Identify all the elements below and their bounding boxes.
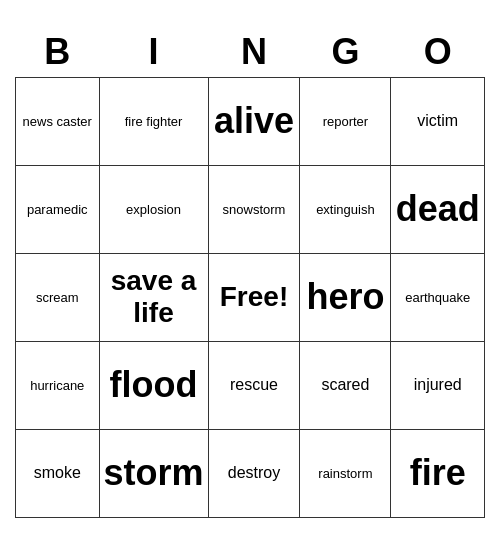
- bingo-cell-4-3: rainstorm: [300, 429, 391, 517]
- bingo-cell-0-1: fire fighter: [99, 77, 208, 165]
- header-letter-B: B: [16, 27, 100, 78]
- bingo-cell-2-4: earthquake: [391, 253, 485, 341]
- bingo-cell-2-1: save a life: [99, 253, 208, 341]
- bingo-row-4: smokestormdestroyrainstormfire: [16, 429, 485, 517]
- bingo-cell-4-1: storm: [99, 429, 208, 517]
- header-letter-N: N: [208, 27, 300, 78]
- bingo-cell-1-1: explosion: [99, 165, 208, 253]
- bingo-cell-1-0: paramedic: [16, 165, 100, 253]
- bingo-cell-3-3: scared: [300, 341, 391, 429]
- bingo-cell-0-4: victim: [391, 77, 485, 165]
- bingo-cell-0-3: reporter: [300, 77, 391, 165]
- bingo-cell-1-3: extinguish: [300, 165, 391, 253]
- bingo-cell-3-2: rescue: [208, 341, 300, 429]
- bingo-cell-2-0: scream: [16, 253, 100, 341]
- bingo-row-3: hurricanefloodrescuescaredinjured: [16, 341, 485, 429]
- bingo-cell-3-4: injured: [391, 341, 485, 429]
- bingo-cell-2-3: hero: [300, 253, 391, 341]
- header-letter-I: I: [99, 27, 208, 78]
- header-letter-G: G: [300, 27, 391, 78]
- bingo-cell-1-4: dead: [391, 165, 485, 253]
- bingo-row-2: screamsave a lifeFree!heroearthquake: [16, 253, 485, 341]
- bingo-cell-3-0: hurricane: [16, 341, 100, 429]
- bingo-cell-0-0: news caster: [16, 77, 100, 165]
- bingo-row-0: news casterfire fighteralivereportervict…: [16, 77, 485, 165]
- bingo-card: BINGO news casterfire fighteralivereport…: [15, 27, 485, 518]
- bingo-cell-4-4: fire: [391, 429, 485, 517]
- header-row: BINGO: [16, 27, 485, 78]
- bingo-cell-4-0: smoke: [16, 429, 100, 517]
- bingo-cell-3-1: flood: [99, 341, 208, 429]
- bingo-row-1: paramedicexplosionsnowstormextinguishdea…: [16, 165, 485, 253]
- bingo-cell-4-2: destroy: [208, 429, 300, 517]
- bingo-cell-0-2: alive: [208, 77, 300, 165]
- bingo-cell-2-2: Free!: [208, 253, 300, 341]
- bingo-cell-1-2: snowstorm: [208, 165, 300, 253]
- header-letter-O: O: [391, 27, 485, 78]
